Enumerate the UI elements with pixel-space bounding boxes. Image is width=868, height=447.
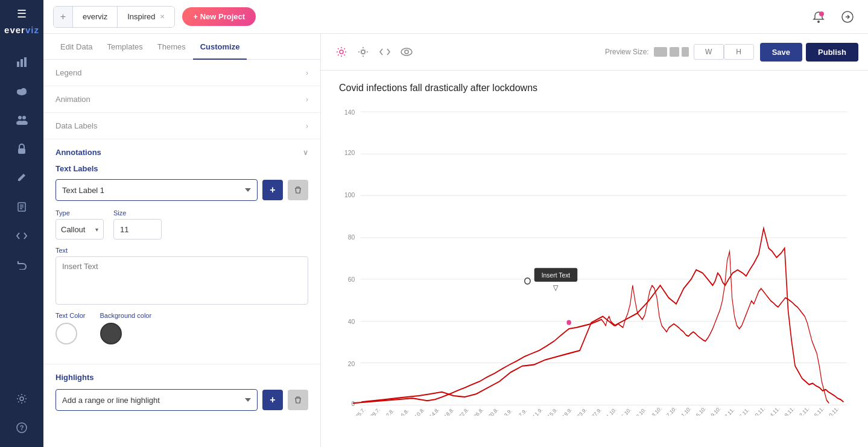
- svg-text:140: 140: [344, 109, 355, 116]
- preview-sizes: [654, 47, 689, 57]
- toolbar-settings-icon[interactable]: [331, 41, 352, 63]
- preview-width-input[interactable]: [694, 44, 724, 60]
- subnav-tab-customize[interactable]: Customize: [193, 34, 247, 60]
- sidebar-icon-people[interactable]: [10, 108, 34, 132]
- data-labels-chevron: ›: [306, 122, 308, 130]
- bg-color-label: Background color: [100, 312, 152, 319]
- svg-point-19: [819, 11, 824, 16]
- svg-point-22: [361, 50, 365, 54]
- animation-chevron: ›: [306, 95, 308, 104]
- svg-text:60: 60: [348, 275, 355, 283]
- new-project-button[interactable]: + New Project: [182, 7, 256, 26]
- sidebar-icon-cloud[interactable]: [10, 79, 34, 103]
- svg-text:26.11.: 26.11.: [811, 405, 825, 416]
- svg-rect-1: [21, 59, 23, 67]
- svg-point-6: [18, 116, 22, 119]
- preview-tablet-btn[interactable]: [670, 47, 679, 57]
- svg-text:2.11.: 2.11.: [723, 407, 735, 416]
- svg-text:10.11.: 10.11.: [752, 405, 766, 416]
- sidebar-icon-barchart[interactable]: [10, 50, 34, 74]
- external-link-icon[interactable]: [837, 6, 858, 28]
- save-button[interactable]: Save: [760, 43, 802, 62]
- tooltip-arrow: ▽: [553, 284, 559, 293]
- annotations-chevron: ∨: [303, 148, 308, 157]
- delete-highlight-button[interactable]: [288, 390, 308, 410]
- hamburger-icon[interactable]: ☰: [17, 7, 27, 21]
- svg-text:29.10.: 29.10.: [708, 405, 721, 416]
- chart-canvas: Covid infections fall drastically after …: [321, 71, 868, 447]
- tab-bar-area: + everviz Inspired ✕: [53, 6, 175, 28]
- toolbar-eye-icon[interactable]: [396, 41, 417, 63]
- subnav-tab-editdata[interactable]: Edit Data: [53, 34, 100, 60]
- tab-close-icon[interactable]: ✕: [160, 13, 165, 20]
- sidebar-icon-pen[interactable]: [10, 166, 34, 190]
- toolbar-code-icon[interactable]: [374, 41, 396, 63]
- preview-mobile-btn[interactable]: [682, 47, 689, 57]
- size-input[interactable]: [113, 219, 162, 239]
- svg-text:19.9.: 19.9.: [561, 407, 573, 416]
- type-select[interactable]: Callout: [56, 220, 90, 239]
- notification-icon[interactable]: [808, 6, 829, 28]
- data-labels-section[interactable]: Data Labels ›: [43, 113, 320, 139]
- svg-text:20: 20: [348, 360, 355, 367]
- toolbar-gear-icon[interactable]: [352, 41, 374, 63]
- animation-section[interactable]: Animation ›: [43, 86, 320, 113]
- preview-size-label: Preview Size:: [605, 48, 649, 56]
- bg-color-swatch[interactable]: [100, 323, 122, 344]
- svg-text:100: 100: [344, 191, 355, 199]
- svg-text:11.9.: 11.9.: [531, 407, 543, 416]
- chart-svg: 140 120 100 80 60 40 20 0: [339, 106, 850, 416]
- svg-text:2.8.: 2.8.: [385, 407, 395, 415]
- svg-text:22.8.: 22.8.: [458, 407, 470, 416]
- sidebar-icon-code[interactable]: [10, 224, 34, 248]
- text-color-swatch[interactable]: [55, 323, 77, 344]
- subnav-tab-themes[interactable]: Themes: [150, 34, 193, 60]
- text-label-select[interactable]: Text Label 1: [55, 179, 258, 201]
- svg-rect-2: [24, 57, 27, 67]
- svg-rect-10: [18, 148, 25, 154]
- highlights-dropdown-row: Add a range or line highlight +: [55, 389, 308, 411]
- add-text-label-button[interactable]: +: [262, 180, 283, 200]
- sidebar-icon-settings[interactable]: [10, 387, 34, 411]
- type-group: Type Callout ▾: [55, 209, 104, 239]
- preview-desktop-btn[interactable]: [654, 47, 667, 57]
- svg-text:3.9.: 3.9.: [503, 407, 513, 415]
- tab-everviz[interactable]: everviz: [73, 6, 118, 28]
- tooltip-text: Insert Text: [542, 271, 571, 279]
- svg-text:18.8.: 18.8.: [443, 407, 455, 416]
- svg-text:29.7.: 29.7.: [369, 407, 381, 416]
- svg-point-21: [340, 50, 343, 54]
- svg-text:5.10.: 5.10.: [620, 407, 632, 416]
- svg-text:27.9.: 27.9.: [591, 407, 603, 416]
- panel-content: Legend › Animation › Data Labels › Annot…: [43, 60, 320, 447]
- app-logo: everviz: [4, 25, 39, 36]
- publish-button[interactable]: Publish: [806, 43, 858, 62]
- delete-text-label-button[interactable]: [288, 180, 308, 200]
- annotation-dot: [566, 320, 571, 326]
- text-textarea[interactable]: [55, 256, 308, 305]
- svg-text:9.10.: 9.10.: [635, 407, 647, 416]
- tab-add-button[interactable]: +: [54, 6, 73, 28]
- tab-inspired[interactable]: Inspired ✕: [118, 6, 174, 28]
- sidebar-icon-edit[interactable]: [10, 195, 34, 219]
- svg-point-24: [401, 48, 412, 55]
- annotations-header[interactable]: Annotations ∨: [55, 139, 308, 164]
- type-select-arrow: ▾: [90, 226, 103, 233]
- highlights-select[interactable]: Add a range or line highlight: [55, 389, 258, 411]
- add-highlight-button[interactable]: +: [262, 390, 283, 410]
- legend-section[interactable]: Legend ›: [43, 60, 320, 86]
- highlights-section: Highlights Add a range or line highlight…: [43, 364, 320, 429]
- type-select-container: Callout ▾: [55, 219, 104, 239]
- sidebar-icon-help[interactable]: ?: [10, 416, 34, 440]
- subnav-tab-templates[interactable]: Templates: [100, 34, 150, 60]
- sidebar-icon-lock[interactable]: [10, 137, 34, 161]
- svg-text:7.9.: 7.9.: [518, 407, 528, 415]
- highlights-title: Highlights: [55, 364, 308, 389]
- svg-text:40: 40: [348, 317, 355, 325]
- svg-text:25.10.: 25.10.: [693, 405, 707, 416]
- sidebar-icon-undo[interactable]: [10, 253, 34, 277]
- content-area: Edit Data Templates Themes Customize Leg…: [43, 34, 868, 447]
- preview-height-input[interactable]: [724, 44, 754, 60]
- type-label: Type: [55, 209, 104, 217]
- text-field-label: Text: [55, 247, 308, 254]
